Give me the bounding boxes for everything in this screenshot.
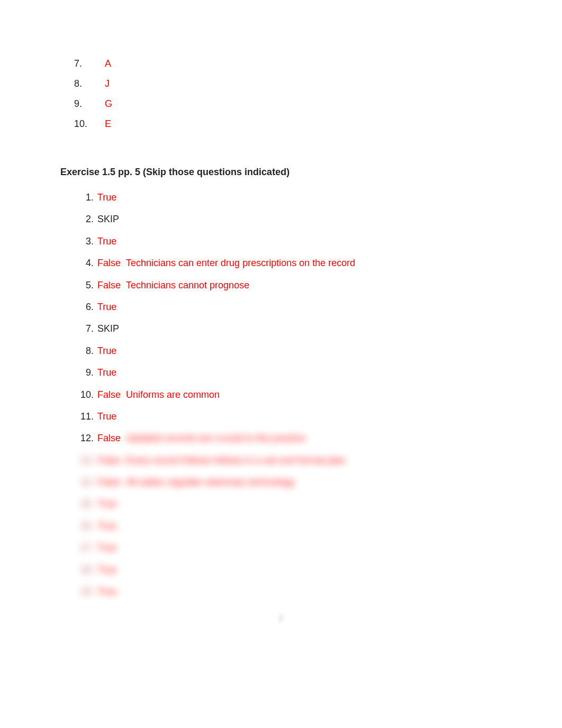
item-number: 17 xyxy=(74,542,91,554)
tf-row: 1. True xyxy=(74,192,502,204)
letter-answer-row: 10. E xyxy=(60,119,502,130)
page-number: 2 xyxy=(0,614,562,623)
item-answer: SKIP xyxy=(95,323,125,335)
item-answer: True xyxy=(95,411,125,423)
document-page: 7. A 8. J 9. G 10. E Exercise 1.5 pp. 5 … xyxy=(0,0,562,598)
item-explanation: Technicians cannot prognose xyxy=(125,279,249,292)
dot: . xyxy=(91,411,95,423)
tf-row-blurred: 16. True xyxy=(74,520,502,532)
item-answer: False xyxy=(95,454,125,467)
item-answer: True xyxy=(95,345,125,357)
item-answer: True xyxy=(95,367,125,379)
tf-row: 9. True xyxy=(74,367,502,379)
item-number: 19 xyxy=(74,586,91,598)
tf-row-blurred: 17. True xyxy=(74,542,502,554)
dot: . xyxy=(91,564,95,576)
item-number: 2 xyxy=(74,213,91,225)
item-number: 14 xyxy=(74,476,91,488)
tf-row: 11. True xyxy=(74,411,502,423)
item-explanation: Technicians can enter drug prescriptions… xyxy=(125,257,355,269)
letter-answer-row: 8. J xyxy=(60,78,502,89)
tf-row: 6. True xyxy=(74,301,502,313)
item-answer: False xyxy=(95,432,125,444)
tf-row-blurred: 15. True xyxy=(74,498,502,510)
dot: . xyxy=(91,476,95,488)
item-number: 3 xyxy=(74,235,91,248)
item-number: 1 xyxy=(74,192,91,204)
dot: . xyxy=(91,279,95,292)
tf-row: 10. False Uniforms are common xyxy=(74,389,502,401)
item-answer: E xyxy=(105,119,111,130)
item-answer: False xyxy=(95,389,125,401)
item-answer: A xyxy=(105,58,111,69)
item-answer: True xyxy=(95,192,125,204)
tf-row: 4. False Technicians can enter drug pres… xyxy=(74,257,502,269)
item-number: 7 xyxy=(74,323,91,335)
item-answer: True xyxy=(95,301,125,313)
item-number: 4 xyxy=(74,257,91,269)
item-answer: False xyxy=(95,279,125,292)
dot: . xyxy=(91,498,95,510)
item-number: 10. xyxy=(60,119,105,130)
dot: . xyxy=(91,235,95,248)
item-answer: True xyxy=(95,498,125,510)
item-answer: G xyxy=(105,98,112,110)
dot: . xyxy=(91,586,95,598)
item-explanation: Uniforms are common xyxy=(125,389,220,401)
section-heading: Exercise 1.5 pp. 5 (Skip those questions… xyxy=(60,167,502,178)
item-number: 10 xyxy=(74,389,91,401)
item-explanation: Every record follows follows in a set an… xyxy=(125,454,346,467)
item-number: 9 xyxy=(74,367,91,379)
item-number: 6 xyxy=(74,301,91,313)
item-answer: True xyxy=(95,586,125,598)
dot: . xyxy=(91,345,95,357)
item-answer: True xyxy=(95,542,125,554)
dot: . xyxy=(91,323,95,335)
dot: . xyxy=(91,454,95,467)
item-number: 16 xyxy=(74,520,91,532)
tf-row: 5. False Technicians cannot prognose xyxy=(74,279,502,292)
tf-row: 2. SKIP xyxy=(74,213,502,225)
tf-row: 8. True xyxy=(74,345,502,357)
tf-row-blurred: 18. True xyxy=(74,564,502,576)
item-answer: J xyxy=(105,78,110,89)
item-answer: True xyxy=(95,564,125,576)
dot: . xyxy=(91,213,95,225)
tf-row: 7. SKIP xyxy=(74,323,502,335)
item-explanation-blurred: Updated records are crucial to the pract… xyxy=(125,432,305,444)
item-number: 5 xyxy=(74,279,91,292)
letter-answer-row: 9. G xyxy=(60,98,502,110)
dot: . xyxy=(91,542,95,554)
tf-row: 12. False Updated records are crucial to… xyxy=(74,432,502,444)
dot: . xyxy=(91,301,95,313)
item-number: 9. xyxy=(60,98,105,110)
tf-row-blurred: 19. True xyxy=(74,586,502,598)
item-number: 12 xyxy=(74,432,91,444)
item-number: 18 xyxy=(74,564,91,576)
blurred-content: 13. False Every record follows follows i… xyxy=(74,454,502,598)
tf-row-blurred: 14. False All states regulate veterinary… xyxy=(74,476,502,488)
item-number: 8. xyxy=(60,78,105,89)
item-number: 11 xyxy=(74,411,91,423)
item-answer: True xyxy=(95,235,125,248)
dot: . xyxy=(91,389,95,401)
dot: . xyxy=(91,520,95,532)
item-answer: False xyxy=(95,257,125,269)
item-answer: SKIP xyxy=(95,213,125,225)
tf-row-blurred: 13. False Every record follows follows i… xyxy=(74,454,502,467)
dot: . xyxy=(91,192,95,204)
item-number: 15 xyxy=(74,498,91,510)
item-answer: False xyxy=(95,476,125,488)
tf-row: 3. True xyxy=(74,235,502,248)
letter-answer-row: 7. A xyxy=(60,58,502,69)
item-number: 7. xyxy=(60,58,105,69)
true-false-list: 1. True 2. SKIP 3. True 4. False Technic… xyxy=(60,192,502,598)
item-number: 13 xyxy=(74,454,91,467)
item-explanation: All states regulate veterinary technolog… xyxy=(125,476,295,488)
dot: . xyxy=(91,257,95,269)
item-number: 8 xyxy=(74,345,91,357)
dot: . xyxy=(91,367,95,379)
dot: . xyxy=(91,432,95,444)
item-answer: True xyxy=(95,520,125,532)
letter-answer-list: 7. A 8. J 9. G 10. E xyxy=(60,58,502,130)
